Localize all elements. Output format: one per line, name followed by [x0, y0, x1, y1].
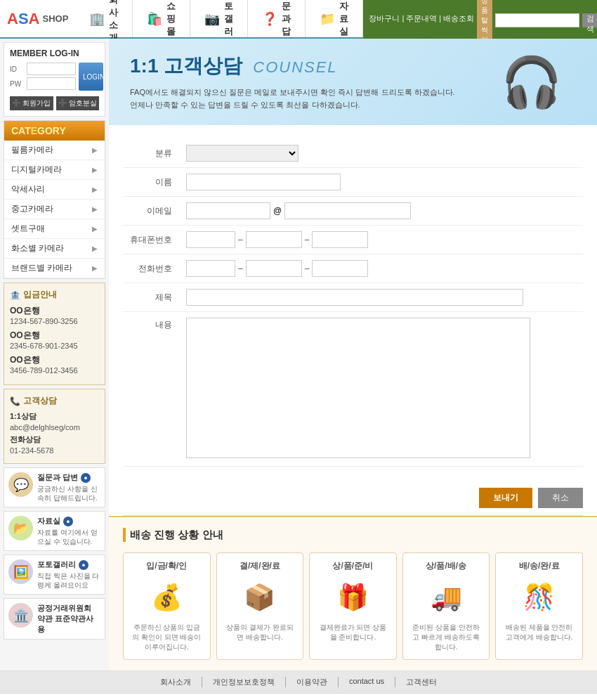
name-input[interactable] [186, 174, 341, 190]
category-item-used[interactable]: 중고카메라 ▶ [4, 200, 105, 219]
shipping-steps: 입/금/확/인 💰 주문하신 상품의 입금의 확인이 되면 배송이 이루어집니다… [123, 552, 583, 660]
phone-part1[interactable] [186, 260, 235, 277]
promo-fair[interactable]: 🏛️ 공정거래위원회 약관 표준약관사용 [4, 598, 105, 640]
gallery-icon: 📷 [204, 11, 220, 27]
nav-item-shop[interactable]: 🛍️ 쇼핑몰 [133, 0, 190, 37]
footer-link-contact[interactable]: contact us [338, 677, 395, 687]
promo-qa-text: 질문과 답변 ● 궁금하신 사항을 신속히 답해드립니다. [37, 472, 100, 503]
bank-entry-2: OO은행 2345-678-901-2345 [10, 330, 99, 350]
qa-icon: ❓ [262, 11, 277, 27]
signup-button[interactable]: ➕ 회원가입 [10, 96, 53, 110]
footer-link-privacy[interactable]: 개인정보보호정책 [202, 677, 285, 687]
counsel-title-en: COUNSEL [253, 58, 337, 77]
step-5-icon: 🎊 [523, 576, 555, 618]
pw-input[interactable] [27, 77, 76, 90]
lib-more-btn[interactable]: ● [63, 517, 73, 526]
step-5-title: 배/송/완/료 [519, 560, 560, 572]
category-item-accessory[interactable]: 악세사리 ▶ [4, 180, 105, 200]
nav-item-company[interactable]: 🏢 회사소개 [75, 0, 133, 37]
nav-item-library[interactable]: 📁 자료실 [306, 0, 363, 37]
category-label-pixel: 화소별 카메라 [11, 242, 64, 254]
nav-item-qa[interactable]: ❓ 질문과 답변 [248, 0, 306, 37]
counsel-desc1: FAQ에서도 해결되지 않으신 질문은 메일로 보내주시면 확인 즉시 답변해 … [130, 86, 501, 99]
form-row-name: 이름 [123, 168, 583, 197]
search-button[interactable]: 검색 [582, 13, 597, 27]
form-row-content: 내용 [123, 312, 583, 467]
step-2-title: 결/제/완/료 [240, 560, 280, 572]
category-label-film: 필름카메라 [11, 144, 53, 156]
email-domain-input[interactable] [284, 202, 411, 219]
counsel-form: 분류 이름 이메일 [123, 139, 583, 467]
promo-qa[interactable]: 💬 질문과 답변 ● 궁금하신 사항을 신속히 답해드립니다. [4, 467, 105, 507]
step-3-icon: 🎁 [337, 576, 369, 618]
bank-info-box: 🏦 입금안내 OO은행 1234-567-890-3256 OO은행 2345-… [4, 283, 105, 385]
counsel-title: 1:1 고객상담 COUNSEL [130, 53, 501, 79]
name-field-label: 이름 [123, 168, 179, 197]
promo-gallery[interactable]: 🖼️ 포토갤러리 ● 직접 찍은 사진을 다령케 올려요이요 [4, 555, 105, 595]
cs-service1-email: abc@delghlseg/com [10, 423, 99, 432]
subject-field-cell [179, 283, 583, 312]
category-item-pixel[interactable]: 화소별 카메라 ▶ [4, 239, 105, 259]
id-input[interactable] [27, 63, 76, 75]
category-select[interactable] [186, 145, 298, 162]
search-input[interactable] [495, 13, 579, 27]
form-row-category: 분류 [123, 139, 583, 168]
shipping-title: 배송 진행 상황 안내 [123, 528, 583, 542]
bank-icon: 🏦 [10, 290, 20, 300]
email-field-cell: @ [179, 197, 583, 226]
email-local-input[interactable] [186, 202, 270, 219]
form-row-subject: 제목 [123, 283, 583, 312]
cs-service1-label: 1:1상담 [10, 411, 99, 422]
phone-part3[interactable] [312, 260, 368, 277]
mobile-part2[interactable] [246, 231, 302, 248]
category-item-digital[interactable]: 디지털카메라 ▶ [4, 160, 105, 180]
footer-link-terms[interactable]: 이용약관 [285, 677, 338, 687]
promo-gallery-icon: 🖼️ [8, 559, 33, 584]
step-2-desc: 상품의 결제가 완료되면 배송합니다. [224, 623, 296, 642]
content-textarea[interactable] [186, 318, 530, 458]
category-item-brand[interactable]: 브랜드별 카메라 ▶ [4, 259, 105, 278]
qa-more-btn[interactable]: ● [81, 473, 91, 483]
promo-lib-icon: 📂 [8, 516, 33, 540]
cs-service2-phone: 01-234-5678 [10, 446, 99, 455]
category-item-set[interactable]: 셋트구매 ▶ [4, 219, 105, 239]
mobile-field-label: 휴대폰번호 [123, 226, 179, 254]
step-2-icon: 📦 [244, 576, 275, 618]
login-button[interactable]: LOGIN [79, 63, 103, 91]
nav-item-gallery[interactable]: 📷 포토갤러리 [190, 0, 248, 37]
counsel-header: 1:1 고객상담 COUNSEL FAQ에서도 해결되지 않으신 질문은 메일로… [109, 39, 597, 125]
step-1-desc: 주문하신 상품의 입금의 확인이 되면 배송이 이루어집니다. [131, 623, 203, 652]
cancel-button[interactable]: 취소 [538, 488, 583, 508]
category-label-set: 셋트구매 [11, 223, 45, 235]
promo-fair-icon: 🏛️ [8, 603, 33, 628]
phone-part2[interactable] [246, 260, 302, 277]
mobile-part1[interactable] [186, 231, 235, 248]
form-row-mobile: 휴대폰번호 – – [123, 226, 583, 254]
category-label-digital: 디지털카메라 [11, 164, 62, 176]
gallery-more-btn[interactable]: ● [79, 560, 88, 570]
footer-link-company[interactable]: 회사소개 [150, 677, 202, 687]
subject-input[interactable] [186, 289, 523, 306]
send-button[interactable]: 보내기 [479, 488, 532, 508]
arrow-icon-brand: ▶ [92, 264, 98, 272]
at-symbol: @ [273, 206, 282, 216]
name-field-cell [179, 168, 583, 197]
content-field-cell [179, 312, 583, 467]
forgot-button[interactable]: ➕ 암호분실 [56, 96, 100, 110]
category-item-film[interactable]: 필름카메라 ▶ [4, 141, 105, 160]
footer-link-cs[interactable]: 고객센터 [395, 677, 447, 687]
phone-wrap: – – [186, 260, 576, 277]
link-cart[interactable]: 장바구니 [369, 14, 400, 22]
mobile-part3[interactable] [312, 231, 368, 248]
form-row-phone: 전화번호 – – [123, 254, 583, 283]
cs-service2-label: 전화상담 [10, 434, 99, 445]
link-shipping[interactable]: 배송조회 [439, 14, 474, 22]
footer-links: 회사소개 개인정보보호정책 이용약관 contact us 고객센터 [0, 671, 597, 694]
counsel-title-kr: 1:1 고객상담 [130, 53, 242, 79]
phone-sep1: – [238, 264, 243, 273]
logo-shop: SHOP [42, 13, 68, 24]
link-orders[interactable]: 주문내역 [402, 14, 437, 22]
promo-library[interactable]: 📂 자료실 ● 자료를 여기에서 얻으실 수 있습니다. [4, 511, 105, 551]
nav-label-library: 자료실 [339, 0, 348, 38]
nav-label-company: 회사소개 [109, 0, 118, 44]
